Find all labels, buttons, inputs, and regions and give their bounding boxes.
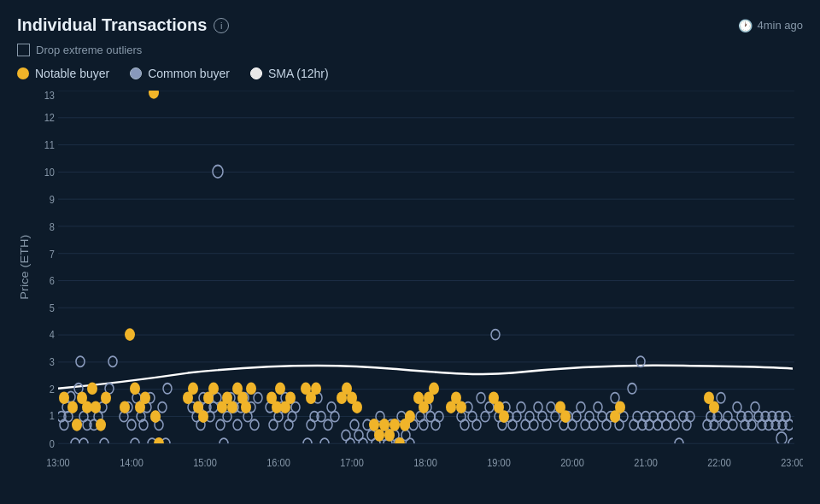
outlier-label: Drop extreme outliers [36, 44, 142, 56]
y-label-12: 12 [44, 111, 55, 124]
dot-notable [352, 401, 362, 413]
timestamp: 🕐 4min ago [738, 19, 803, 32]
sma-dot [250, 67, 262, 79]
dot-notable [709, 401, 719, 413]
x-label-21: 21:00 [634, 456, 658, 469]
dot-notable [405, 410, 415, 423]
dot-notable [374, 429, 384, 442]
dot-notable [67, 401, 78, 413]
page-title: Individual Transactions [17, 15, 207, 35]
y-label-13: 13 [44, 91, 55, 102]
y-label-8: 8 [50, 220, 55, 233]
chart-area: 0 1 2 3 4 5 6 7 8 9 10 11 12 13 Price (E… [17, 91, 803, 495]
dot-notable [125, 328, 135, 341]
dot-notable [275, 383, 285, 396]
sma-label: SMA (12hr) [268, 67, 329, 80]
dot-notable [72, 419, 82, 431]
main-container: Individual Transactions i 🕐 4min ago Dro… [0, 0, 820, 504]
y-label-10: 10 [44, 166, 55, 179]
dot-notable [227, 401, 237, 413]
dot-notable [379, 419, 390, 431]
dot-notable [456, 401, 466, 413]
common-dot [130, 67, 142, 79]
dot-notable [390, 419, 400, 431]
notable-dot [17, 67, 29, 79]
dot-notable [140, 391, 150, 404]
y-label-3: 3 [50, 355, 55, 368]
y-label-1: 1 [50, 409, 55, 422]
scatter-chart: 0 1 2 3 4 5 6 7 8 9 10 11 12 13 Price (E… [17, 91, 803, 495]
x-label-13: 13:00 [46, 456, 70, 469]
y-label-5: 5 [50, 302, 55, 314]
outlier-checkbox-row: Drop extreme outliers [17, 44, 803, 56]
y-label-9: 9 [50, 193, 55, 206]
legend-sma: SMA (12hr) [250, 67, 329, 80]
dot-notable [246, 383, 256, 396]
dot-notable [87, 383, 97, 396]
dot-notable [615, 401, 625, 413]
dot-notable [285, 391, 296, 404]
x-label-19: 19:00 [487, 456, 511, 469]
y-label-6: 6 [50, 274, 55, 287]
x-label-14: 14:00 [120, 456, 144, 469]
header: Individual Transactions i 🕐 4min ago [17, 15, 803, 35]
dot-notable [369, 419, 379, 431]
y-label-7: 7 [50, 248, 55, 261]
dot-notable [429, 383, 439, 396]
y-label-11: 11 [44, 138, 55, 151]
dot-notable [96, 419, 106, 431]
dot-notable [188, 383, 198, 396]
title-area: Individual Transactions i [17, 15, 229, 35]
outlier-checkbox[interactable] [17, 44, 30, 56]
dot-notable [560, 410, 571, 423]
x-label-23: 23:00 [781, 456, 803, 469]
y-label-4: 4 [50, 328, 55, 341]
y-label-0: 0 [50, 437, 55, 450]
dot-notable [150, 410, 161, 423]
x-label-17: 17:00 [340, 456, 364, 469]
dot-notable [241, 401, 251, 413]
dot-notable [384, 429, 395, 442]
dot-notable [499, 410, 509, 423]
x-label-20: 20:00 [560, 456, 584, 469]
dot-notable [101, 391, 111, 404]
dot-notable [198, 410, 208, 423]
common-label: Common buyer [148, 67, 230, 80]
x-label-18: 18:00 [413, 456, 437, 469]
notable-label: Notable buyer [35, 67, 109, 80]
dot-notable [120, 401, 130, 413]
dot-notable [130, 383, 140, 396]
clock-icon: 🕐 [738, 19, 753, 32]
timestamp-label: 4min ago [758, 19, 803, 32]
dot-notable [311, 383, 321, 396]
y-label-2: 2 [50, 383, 55, 396]
info-icon[interactable]: i [214, 18, 229, 33]
legend-notable: Notable buyer [17, 67, 109, 80]
legend: Notable buyer Common buyer SMA (12hr) [17, 67, 803, 80]
dot-notable [59, 391, 69, 404]
x-label-22: 22:00 [707, 456, 731, 469]
dot-notable [91, 401, 101, 413]
y-axis-title: Price (ETH) [19, 235, 30, 300]
x-label-15: 15:00 [193, 456, 217, 469]
dot-notable [208, 383, 219, 396]
legend-common: Common buyer [130, 67, 230, 80]
x-label-16: 16:00 [266, 456, 290, 469]
